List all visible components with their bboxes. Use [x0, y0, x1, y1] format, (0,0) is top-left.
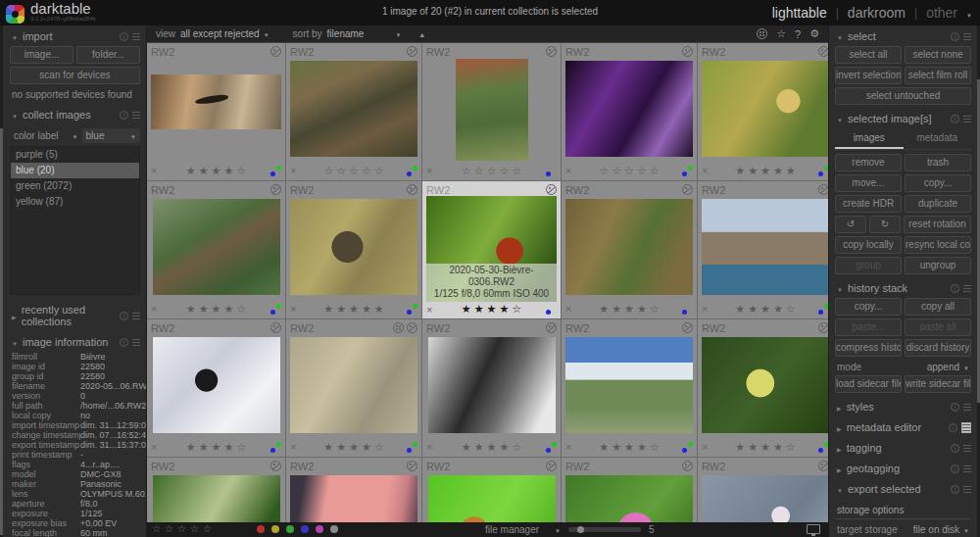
- history-paste-all-button[interactable]: paste all: [905, 318, 971, 336]
- overlays-star-icon[interactable]: ☆: [776, 27, 786, 40]
- presets-menu-icon[interactable]: [963, 486, 971, 493]
- star-empty-icon[interactable]: ☆: [374, 441, 387, 453]
- metadata-editor-section-header[interactable]: metadata editor: [829, 416, 977, 437]
- group-button[interactable]: group: [835, 257, 902, 274]
- star-filled-icon[interactable]: ★: [624, 441, 637, 453]
- collapse-arrow-icon[interactable]: [12, 110, 18, 121]
- move-button[interactable]: move...: [835, 174, 902, 192]
- star-filled-icon[interactable]: ★: [487, 303, 500, 315]
- star-rating[interactable]: ★★★★☆: [165, 303, 270, 316]
- thumbnail-cell[interactable]: RW2×★★★★★: [286, 181, 421, 318]
- compress-history-button[interactable]: compress history: [835, 339, 902, 357]
- zoom-slider[interactable]: [568, 527, 641, 532]
- tagging-section-header[interactable]: tagging: [829, 437, 977, 458]
- presets-menu-icon[interactable]: [132, 313, 140, 319]
- star-filled-icon[interactable]: ★: [462, 303, 474, 315]
- reject-icon[interactable]: ×: [426, 304, 440, 316]
- tab-metadata[interactable]: metadata: [904, 129, 972, 149]
- collapse-arrow-icon[interactable]: [12, 311, 17, 321]
- thumbnail-cell[interactable]: RW2×☆☆☆☆☆: [286, 43, 421, 180]
- star-filled-icon[interactable]: ★: [323, 303, 336, 315]
- star-filled-icon[interactable]: ★: [374, 303, 387, 315]
- sort-ascending-icon[interactable]: [418, 28, 425, 39]
- star-filled-icon[interactable]: ★: [499, 303, 512, 315]
- color-filter-dot[interactable]: [301, 525, 309, 533]
- star-rating[interactable]: ☆☆☆☆☆: [440, 165, 546, 177]
- star-filled-icon[interactable]: ★: [474, 441, 487, 453]
- collapse-arrow-icon[interactable]: [12, 337, 18, 348]
- create-hdr-button[interactable]: create HDR: [835, 195, 902, 213]
- star-rating[interactable]: ★★★★☆: [440, 303, 546, 316]
- star-empty-icon[interactable]: ☆: [374, 165, 387, 176]
- star-empty-icon[interactable]: ☆: [624, 165, 637, 176]
- history-copy-button[interactable]: copy...: [835, 298, 902, 316]
- thumbnail-cell[interactable]: RW2×☆☆☆☆☆: [562, 458, 697, 522]
- star-filled-icon[interactable]: ★: [186, 303, 199, 315]
- star-filled-icon[interactable]: ★: [362, 441, 374, 453]
- thumbnail-cell[interactable]: RW2×★★★★☆: [562, 181, 697, 318]
- trash-button[interactable]: trash: [905, 154, 971, 171]
- info-icon[interactable]: [951, 284, 959, 293]
- info-icon[interactable]: [951, 485, 959, 494]
- sort-dropdown[interactable]: filename: [327, 28, 365, 39]
- star-filled-icon[interactable]: ★: [748, 441, 760, 453]
- star-rating[interactable]: ★★★★☆: [715, 303, 818, 316]
- invert-selection-button[interactable]: invert selection: [835, 67, 902, 84]
- collapse-arrow-icon[interactable]: [837, 31, 843, 42]
- reject-icon[interactable]: ×: [565, 303, 579, 315]
- collect-item[interactable]: green (2072): [11, 178, 139, 194]
- star-filled-icon[interactable]: ★: [735, 165, 748, 176]
- color-filter-dot[interactable]: [330, 525, 338, 533]
- filter-star-icon[interactable]: ☆: [203, 523, 216, 534]
- view-darkroom[interactable]: darkroom: [848, 5, 906, 21]
- info-icon[interactable]: [120, 312, 128, 320]
- star-filled-icon[interactable]: ★: [637, 303, 650, 315]
- reject-icon[interactable]: ×: [151, 165, 165, 176]
- filter-stars[interactable]: ☆☆☆☆☆: [152, 523, 216, 534]
- star-empty-icon[interactable]: ☆: [349, 165, 362, 176]
- export-section-header[interactable]: export selected: [829, 478, 977, 499]
- star-filled-icon[interactable]: ★: [612, 303, 624, 315]
- reject-icon[interactable]: ×: [702, 165, 715, 176]
- thumbnail-cell[interactable]: RW2×☆☆☆☆☆: [422, 43, 561, 180]
- select-film-roll-button[interactable]: select film roll: [905, 67, 971, 84]
- star-filled-icon[interactable]: ★: [599, 303, 612, 315]
- star-empty-icon[interactable]: ☆: [512, 165, 524, 176]
- thumbnail-cell[interactable]: RW2×★★★★☆: [562, 319, 697, 457]
- recent-collections-section-header[interactable]: recently used collections: [4, 299, 146, 331]
- reject-icon[interactable]: ×: [290, 165, 304, 176]
- preferences-gear-icon[interactable]: ⚙: [809, 27, 819, 40]
- star-filled-icon[interactable]: ★: [748, 165, 760, 176]
- star-empty-icon[interactable]: ☆: [786, 303, 799, 315]
- star-rating[interactable]: ★★★★☆: [579, 303, 682, 316]
- star-filled-icon[interactable]: ★: [336, 441, 349, 453]
- resync-local-copy-button[interactable]: resync local copy: [905, 236, 971, 254]
- thumbnail-cell[interactable]: RW2×☆☆☆☆☆: [562, 43, 697, 180]
- select-untouched-button[interactable]: select untouched: [835, 87, 971, 105]
- reset-rotation-button[interactable]: reset rotation: [904, 216, 971, 233]
- info-icon[interactable]: [120, 32, 128, 41]
- presets-menu-icon[interactable]: [132, 339, 140, 346]
- color-filter-dot[interactable]: [257, 525, 265, 533]
- star-rating[interactable]: ★★★★☆: [579, 441, 682, 454]
- star-rating[interactable]: ★★★★☆: [165, 165, 270, 177]
- star-rating[interactable]: ★★★★☆: [715, 441, 818, 454]
- collapse-arrow-icon[interactable]: [837, 422, 842, 433]
- write-sidecar-button[interactable]: write sidecar files: [905, 375, 971, 393]
- layout-mode-dropdown[interactable]: file manager: [485, 524, 539, 535]
- target-storage-dropdown[interactable]: file on disk: [913, 524, 969, 535]
- collect-item[interactable]: purple (5): [11, 147, 139, 163]
- tab-images[interactable]: images: [835, 129, 904, 149]
- remove-button[interactable]: remove: [835, 154, 902, 171]
- star-filled-icon[interactable]: ★: [223, 165, 236, 176]
- presets-menu-icon[interactable]: [961, 422, 971, 433]
- import-section-header[interactable]: import: [4, 25, 146, 46]
- star-empty-icon[interactable]: ☆: [499, 165, 512, 176]
- star-filled-icon[interactable]: ★: [199, 165, 212, 176]
- presets-menu-icon[interactable]: [963, 465, 971, 472]
- selected-images-section-header[interactable]: selected image[s]: [829, 108, 977, 128]
- reject-icon[interactable]: ×: [702, 303, 715, 315]
- info-icon[interactable]: [120, 338, 128, 347]
- star-empty-icon[interactable]: ☆: [637, 165, 650, 176]
- thumbnail-cell[interactable]: RW2×★★★★☆: [147, 181, 285, 318]
